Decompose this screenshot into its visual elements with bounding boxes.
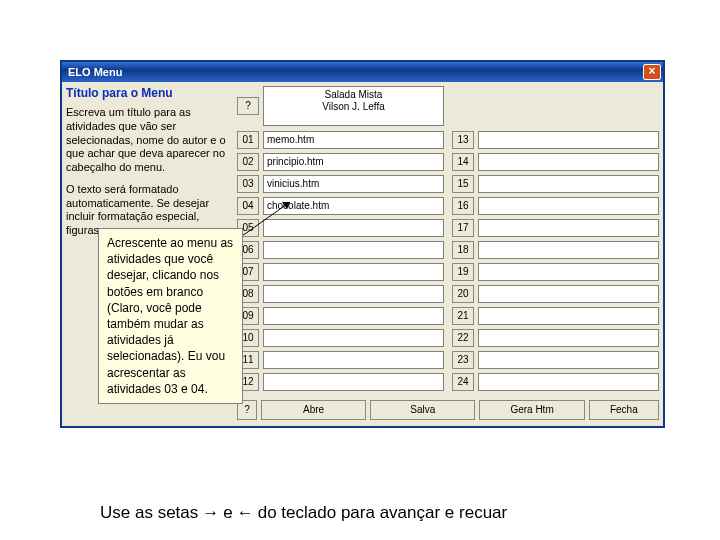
slot-13-field[interactable] bbox=[478, 131, 659, 149]
slot-14-button[interactable]: 14 bbox=[452, 153, 474, 171]
caption-part-3: do teclado para avançar e recuar bbox=[258, 503, 508, 523]
panel-text-1: Escreva um título para as atividades que… bbox=[66, 106, 231, 175]
slot-01-button[interactable]: 01 bbox=[237, 131, 259, 149]
slot-07-field[interactable] bbox=[263, 263, 444, 281]
slot-03-field[interactable]: vinicius.htm bbox=[263, 175, 444, 193]
slot-12-field[interactable] bbox=[263, 373, 444, 391]
save-button[interactable]: Salva bbox=[370, 400, 475, 420]
slot-02-field[interactable]: principio.htm bbox=[263, 153, 444, 171]
slot-14-field[interactable] bbox=[478, 153, 659, 171]
slot-16-field[interactable] bbox=[478, 197, 659, 215]
slot-23-field[interactable] bbox=[478, 351, 659, 369]
arrow-right-icon: → bbox=[202, 503, 219, 523]
svg-line-0 bbox=[242, 202, 290, 236]
caption-part-1: Use as setas bbox=[100, 503, 198, 523]
help-button[interactable]: ? bbox=[237, 97, 259, 115]
slot-19-button[interactable]: 19 bbox=[452, 263, 474, 281]
arrow-left-icon: ← bbox=[237, 503, 254, 523]
slot-20-field[interactable] bbox=[478, 285, 659, 303]
slot-21-field[interactable] bbox=[478, 307, 659, 325]
menu-title-field[interactable]: Salada Mista Vilson J. Leffa bbox=[263, 86, 444, 126]
slot-24-field[interactable] bbox=[478, 373, 659, 391]
close-button[interactable]: × bbox=[643, 64, 661, 80]
instruction-tooltip: Acrescente ao menu as atividades que voc… bbox=[98, 228, 243, 404]
column-2: 13 14 15 16 17 18 19 20 21 22 23 24 bbox=[452, 86, 659, 392]
slot-03-button[interactable]: 03 bbox=[237, 175, 259, 193]
slot-08-field[interactable] bbox=[263, 285, 444, 303]
titlebar: ELO Menu × bbox=[62, 62, 663, 82]
caption-part-2: e bbox=[223, 503, 232, 523]
slot-17-button[interactable]: 17 bbox=[452, 219, 474, 237]
slot-22-button[interactable]: 22 bbox=[452, 329, 474, 347]
panel-heading: Título para o Menu bbox=[66, 86, 231, 100]
slot-02-button[interactable]: 02 bbox=[237, 153, 259, 171]
slot-24-button[interactable]: 24 bbox=[452, 373, 474, 391]
slot-01-field[interactable]: memo.htm bbox=[263, 131, 444, 149]
slot-15-field[interactable] bbox=[478, 175, 659, 193]
slot-20-button[interactable]: 20 bbox=[452, 285, 474, 303]
slot-18-button[interactable]: 18 bbox=[452, 241, 474, 259]
close-button-bottom[interactable]: Fecha bbox=[589, 400, 659, 420]
generate-htm-button[interactable]: Gera Htm bbox=[479, 400, 584, 420]
slot-10-field[interactable] bbox=[263, 329, 444, 347]
slot-23-button[interactable]: 23 bbox=[452, 351, 474, 369]
pointer-line-icon bbox=[242, 196, 312, 246]
slot-16-button[interactable]: 16 bbox=[452, 197, 474, 215]
slot-19-field[interactable] bbox=[478, 263, 659, 281]
slot-22-field[interactable] bbox=[478, 329, 659, 347]
slot-15-button[interactable]: 15 bbox=[452, 175, 474, 193]
slot-18-field[interactable] bbox=[478, 241, 659, 259]
slot-13-button[interactable]: 13 bbox=[452, 131, 474, 149]
slot-09-field[interactable] bbox=[263, 307, 444, 325]
open-button[interactable]: Abre bbox=[261, 400, 366, 420]
svg-marker-1 bbox=[282, 202, 290, 209]
slot-11-field[interactable] bbox=[263, 351, 444, 369]
slot-21-button[interactable]: 21 bbox=[452, 307, 474, 325]
slot-17-field[interactable] bbox=[478, 219, 659, 237]
footer-caption: Use as setas → e ← do teclado para avanç… bbox=[100, 503, 507, 523]
window-title: ELO Menu bbox=[68, 66, 122, 78]
